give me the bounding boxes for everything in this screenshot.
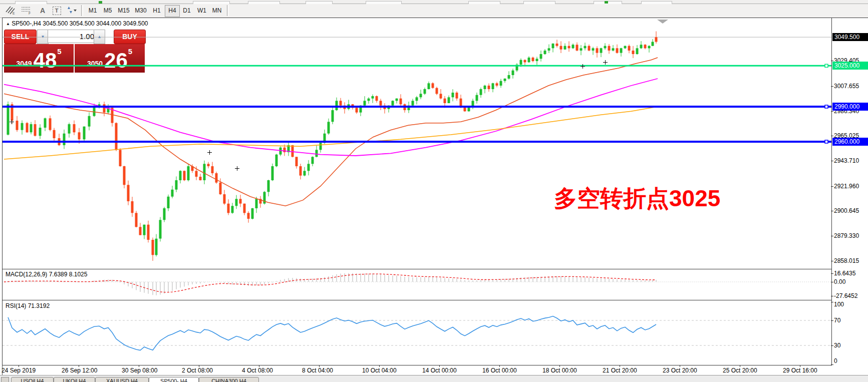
macd-signal-line [4,274,656,292]
macd-label: MACD(12,26,9) 7.6389 8.1025 [6,271,87,278]
timeframe-button-w1[interactable]: W1 [195,5,209,16]
time-tick [19,365,19,367]
time-tick [139,365,139,367]
chart-tab-bar: USOil,H4UKOil,H4XAUUSD,H4SP500-,H4CHINA3… [0,375,868,382]
timeframe-button-mn[interactable]: MN [210,5,224,16]
price-tick [831,236,833,236]
time-tick [439,365,440,367]
time-tick [319,365,320,367]
price-chart-canvas[interactable] [3,18,831,269]
price-tick [831,86,833,87]
rsi-axis-label: 30 [834,341,867,349]
trade-marker-cross [207,150,212,155]
time-axis-label: 25 Oct 20:00 [723,367,757,374]
rsi-axis-label: 100 [834,300,867,308]
time-tick [79,365,79,367]
ma_slow-line [4,107,658,159]
time-axis-label: 29 Oct 16:00 [783,367,817,374]
price-tick [831,161,833,161]
price-tick-label: 3007.655 [834,82,867,90]
rsi-tick [831,302,833,302]
macd-axis-label: 16.6435 [834,269,867,277]
chart-left-border [2,18,3,365]
macd-pane-canvas[interactable] [3,270,831,300]
time-axis-label: 8 Oct 04:00 [302,367,333,374]
trade-marker-cross [603,60,608,65]
chart-tab-china300h4[interactable]: CHINA300,H4 [199,377,259,382]
text-label-icon[interactable]: A [36,5,49,16]
toolbar-separator [227,5,229,16]
trade-marker-cross [10,120,14,124]
time-axis-label: 14 Oct 00:00 [422,367,457,374]
price-tick [831,211,833,211]
time-axis-label: 10 Oct 04:00 [362,367,397,374]
timeframe-button-m15[interactable]: M15 [116,5,132,16]
time-axis-label: 16 Oct 00:00 [482,367,517,374]
timeframe-button-h1[interactable]: H1 [150,5,164,16]
time-axis-label: 30 Sep 08:00 [122,367,157,374]
current-price-label: 3049.500 [832,33,868,41]
time-tick [620,365,620,367]
macd-tick [831,282,833,282]
toolbar-separator [81,5,83,16]
chart-tab-xauusdh4[interactable]: XAUUSD,H4 [95,377,149,382]
top-partial-toolbar [0,0,868,4]
svg-text:E: E [13,12,15,15]
chart-top-border [2,18,868,18]
chart-tab-ukoilh4[interactable]: UKOil,H4 [54,377,95,382]
time-axis-label: 18 Oct 00:00 [542,367,577,374]
time-tick [499,365,500,367]
time-tick [740,365,740,367]
macd-separator[interactable] [2,269,831,269]
macd-tick [831,273,833,274]
level-price-label: 2990.000 [832,103,868,111]
chart-tab-usoilh4[interactable]: USOil,H4 [11,377,54,382]
fibonacci-icon[interactable]: F [20,5,33,16]
price-scale-divider[interactable] [831,18,832,365]
macd-axis-label: 0.00 [834,278,867,286]
rsi-axis-label: 70 [834,316,867,324]
chart-toolbar: EFATM1M5M15M30H1H4D1W1MN [0,4,868,18]
rsi-bottom-border [2,365,831,365]
timeframe-button-d1[interactable]: D1 [180,5,194,16]
price-tick-label: 2879.330 [834,232,867,240]
arrows-tool-icon[interactable] [65,5,78,16]
trade-marker-cross [235,166,239,171]
time-axis-label: 23 Oct 20:00 [663,367,697,374]
rsi-tick [831,345,833,346]
price-tick-label: 2858.015 [834,257,867,265]
macd-axis-label: -27.6452 [834,292,867,300]
price-tick-label: 2943.710 [834,157,867,165]
time-tick [800,365,800,367]
rsi-pane-canvas[interactable] [3,301,831,365]
rsi-label: RSI(14) 71.3192 [6,302,50,309]
text-box-icon[interactable]: T [50,5,63,16]
tab-scroll-button[interactable] [1,377,9,382]
rsi-line [8,316,656,350]
chart-tab-sp500h4[interactable]: SP500-,H4 [149,377,199,382]
macd-tick [831,296,833,296]
time-axis-label: 26 Sep 12:00 [62,367,97,374]
rsi-axis-label: 0 [834,357,867,365]
time-tick [379,365,380,367]
time-axis-label: 21 Oct 20:00 [603,367,637,374]
time-tick [559,365,560,367]
cut-off-green-indicator [605,1,608,4]
timeframe-button-m30[interactable]: M30 [133,5,149,16]
svg-text:F: F [29,12,31,15]
time-axis-label: 24 Sep 2019 [2,367,36,374]
price-tick [831,261,833,261]
timeframe-button-m1[interactable]: M1 [86,5,100,16]
cut-off-green-indicator [99,1,102,4]
equidistant-channel-icon[interactable]: E [4,5,17,16]
chart-annotation-text: 多空转折点3025 [554,183,720,214]
rsi-tick [831,320,833,321]
chart-shift-marker-icon [657,20,668,24]
level-price-label: 2960.000 [832,138,868,146]
timeframe-button-h4[interactable]: H4 [165,5,180,17]
rsi-separator[interactable] [2,300,831,300]
price-tick-label: 2900.645 [834,207,867,215]
price-tick [831,111,833,112]
time-tick [259,365,259,367]
timeframe-button-m5[interactable]: M5 [101,5,115,16]
